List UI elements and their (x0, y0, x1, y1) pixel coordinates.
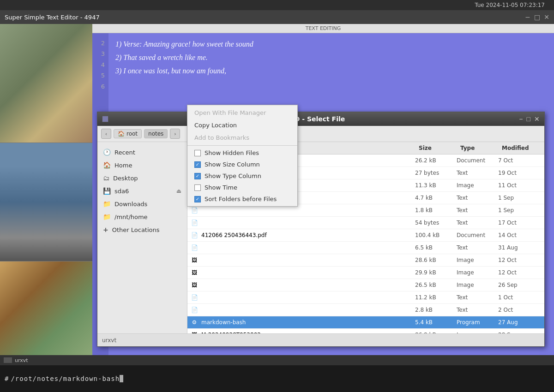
file-row[interactable]: 🖼 M-20240928T053802.png 86.8 kB Image 28… (187, 329, 544, 333)
file-size: 4.7 kB (415, 195, 457, 201)
ctx-show-size-column[interactable]: Show Size Column (187, 159, 297, 170)
yad-maximize-btn[interactable]: □ (527, 115, 530, 123)
yad-dialog-title: YAD - Select File (111, 115, 519, 123)
show-hidden-checkbox[interactable] (194, 150, 201, 156)
add-icon: + (103, 226, 108, 233)
file-modified: 7 Oct (498, 157, 544, 164)
nav-back-btn[interactable]: ‹ (101, 129, 111, 139)
file-size: 1.8 kB (415, 207, 457, 214)
ctx-separator-1 (187, 145, 297, 146)
ctx-show-hidden-files[interactable]: Show Hidden Files (187, 147, 297, 159)
file-row-selected[interactable]: ⚙ markdown-bash 5.4 kB Program 27 Aug (187, 316, 544, 329)
terminal-command: /root/notes/markdown-bash (11, 375, 120, 382)
yad-minimize-btn[interactable]: − (519, 115, 523, 123)
col-size-header[interactable]: Size (415, 144, 457, 152)
file-row[interactable]: 📄 412066 250436443.pdf 100.4 kB Document… (187, 229, 544, 242)
ctx-open-with-file-manager[interactable]: Open With File Manager (187, 107, 297, 119)
text-editor-titlebar: Super Simple Text Editor - 4947 − □ ✕ (0, 10, 554, 24)
file-icon: 🖼 (190, 255, 199, 265)
file-size: 11.2 kB (415, 294, 457, 301)
nav-forward-btn[interactable]: › (170, 129, 180, 139)
breadcrumb-notes[interactable]: notes (144, 129, 168, 138)
file-modified: 2 Oct (498, 307, 544, 313)
close-btn[interactable]: ✕ (544, 13, 549, 21)
home-icon: 🏠 (118, 131, 125, 137)
file-size: 5.4 kB (415, 319, 457, 326)
file-modified: 31 Aug (498, 244, 544, 251)
sidebar-item-downloads[interactable]: 📁 Downloads (97, 197, 187, 210)
sidebar-item-other-locations[interactable]: + Other Locations (97, 223, 187, 236)
file-modified: 28 Sep (498, 332, 544, 333)
file-modified: 27 Aug (498, 319, 544, 326)
text-editor-title: Super Simple Text Editor - 4947 (5, 14, 100, 21)
file-modified: 19 Oct (498, 170, 544, 176)
file-icon: 🖼 (190, 330, 199, 333)
file-row[interactable]: 🖼 29.9 kB Image 12 Oct (187, 267, 544, 279)
editor-line-2: 2) That saved a wretch like me. (115, 51, 547, 65)
file-modified: 1 Oct (498, 294, 544, 301)
file-icon: 📄 (190, 218, 199, 227)
ctx-sort-folders-before-files[interactable]: Sort Folders before Files (187, 193, 297, 205)
sort-folders-label: Sort Folders before Files (205, 196, 277, 202)
file-size: 6.5 kB (415, 244, 457, 251)
sidebar-item-mnt-home[interactable]: 📁 /mnt/home (97, 210, 187, 223)
image-tile-1 (0, 24, 92, 143)
sidebar-item-sda6[interactable]: 💾 sda6 ⏏ (97, 184, 187, 197)
file-type: Text (457, 294, 498, 301)
ctx-show-type-column[interactable]: Show Type Column (187, 170, 297, 182)
show-size-checkbox[interactable] (194, 161, 201, 168)
statusbar-text: urxvt (102, 337, 116, 344)
show-size-label: Show Size Column (205, 161, 260, 168)
file-type: Document (457, 157, 498, 164)
sidebar-label-mnt-home: /mnt/home (114, 214, 148, 220)
breadcrumb-root-label: root (126, 131, 138, 137)
file-size: 28.6 kB (415, 257, 457, 263)
file-row[interactable]: 📄 54 bytes Text 17 Oct (187, 217, 544, 229)
sidebar-item-desktop[interactable]: 🗂 Desktop (97, 172, 187, 184)
file-row[interactable]: 📄 6.5 kB Text 31 Aug (187, 242, 544, 254)
file-type: Text (457, 207, 498, 214)
file-icon: ⚙ (190, 318, 199, 327)
file-size: 2.8 kB (415, 307, 457, 313)
file-size: 54 bytes (415, 220, 457, 226)
file-type: Image (457, 182, 498, 189)
show-type-checkbox[interactable] (194, 173, 201, 179)
file-row[interactable]: 📄 11.2 kB Text 1 Oct (187, 291, 544, 304)
file-name: M-20240928T053802.png (201, 332, 415, 333)
mnt-home-icon: 📁 (103, 213, 111, 220)
yad-titlebar-icon (102, 116, 111, 122)
file-row[interactable]: 📄 2.8 kB Text 2 Oct (187, 304, 544, 316)
file-icon: 🖼 (190, 280, 199, 290)
file-row[interactable]: 🖼 28.6 kB Image 12 Oct (187, 254, 544, 267)
file-type: Image (457, 269, 498, 276)
file-size: 86.8 kB (415, 332, 457, 333)
desktop-icon: 🗂 (103, 174, 109, 182)
editor-line-1: 1) Verse: Amazing grace! how sweet the s… (115, 38, 547, 51)
terminal-cursor (120, 375, 123, 382)
file-row[interactable]: 🖼 26.5 kB Image 26 Sep (187, 279, 544, 291)
file-type: Text (457, 244, 498, 251)
col-modified-header[interactable]: Modified (498, 144, 544, 152)
terminal-content[interactable]: # /root/notes/markdown-bash (0, 365, 554, 392)
show-time-checkbox[interactable] (194, 184, 201, 191)
yad-sidebar: 🕐 Recent 🏠 Home 🗂 Desktop 💾 sda6 ⏏ (97, 142, 187, 333)
sidebar-item-recent[interactable]: 🕐 Recent (97, 146, 187, 159)
col-type-header[interactable]: Type (457, 144, 498, 152)
yad-close-btn[interactable]: ✕ (534, 115, 540, 123)
breadcrumb-root[interactable]: 🏠 root (114, 129, 142, 138)
maximize-btn[interactable]: □ (534, 13, 540, 21)
sidebar-label-other-locations: Other Locations (112, 226, 160, 233)
eject-icon[interactable]: ⏏ (176, 188, 181, 194)
file-modified: 1 Sep (498, 195, 544, 201)
sidebar-item-home[interactable]: 🏠 Home (97, 159, 187, 172)
file-type: Document (457, 232, 498, 238)
file-modified: 26 Sep (498, 282, 544, 288)
terminal-titlebar: urxvt (0, 355, 554, 365)
file-icon: 📄 (190, 243, 199, 252)
sort-folders-checkbox[interactable] (194, 196, 201, 202)
ctx-show-time[interactable]: Show Time (187, 182, 297, 193)
file-type: Image (457, 257, 498, 263)
file-size: 11.3 kB (415, 182, 457, 189)
ctx-copy-location[interactable]: Copy Location (187, 119, 297, 131)
minimize-btn[interactable]: − (525, 13, 530, 21)
